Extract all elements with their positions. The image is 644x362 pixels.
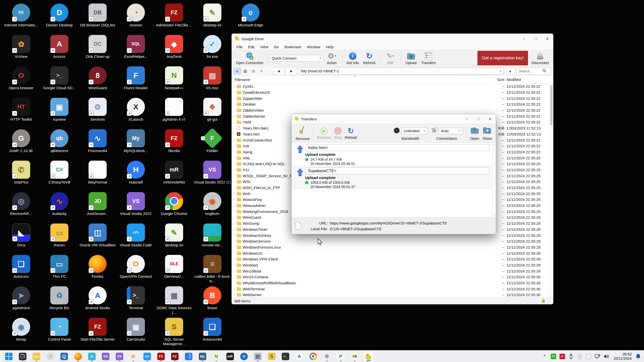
- file-row-zerotier[interactable]: ›Zerotier--11/11/2024 22:35:22: [232, 101, 553, 107]
- notification-bell-icon[interactable]: [634, 351, 642, 361]
- taskbar-terminal[interactable]: >_: [280, 351, 291, 361]
- taskbar-notebook-app[interactable]: ≡: [87, 351, 97, 361]
- mouse-tray-icon[interactable]: [576, 351, 584, 361]
- expand-chevron-icon[interactable]: ›: [232, 234, 237, 237]
- filezilla-server-tray-icon[interactable]: FZ: [550, 351, 557, 361]
- taskbar-visual-studio[interactable]: VS: [100, 351, 111, 361]
- desktop-icon-xlaunch[interactable]: X↗XLaunch: [117, 98, 154, 122]
- file-row-zabbixvideo[interactable]: ›ZabbixVideo--11/11/2024 22:35:22: [232, 107, 553, 113]
- open-button[interactable]: Open: [470, 126, 479, 141]
- taskbar-sql-config[interactable]: S: [266, 351, 277, 361]
- desktop-icon-firefox[interactable]: ↗Firefox: [79, 255, 116, 279]
- desktop-icon-git-gui[interactable]: ❖↗git-gui: [194, 98, 231, 122]
- desktop-icon-nmap[interactable]: ◉↗Nmap: [3, 318, 40, 342]
- resize-grip[interactable]: ⋰: [547, 299, 551, 303]
- expand-chevron-icon[interactable]: ›: [232, 139, 237, 142]
- amd-software-tray-icon[interactable]: a!: [558, 351, 566, 361]
- taskbar-visual-studio-2[interactable]: VS: [114, 351, 125, 361]
- expand-chevron-icon[interactable]: ›: [232, 91, 237, 94]
- expand-chevron-icon[interactable]: ›: [232, 269, 237, 273]
- desktop-icon-disk-clean-up[interactable]: DC↗Disk Clean-up: [79, 35, 116, 59]
- desktop-icon-desktop-ini[interactable]: ✎↗desktop.ini: [194, 4, 231, 27]
- refresh-button[interactable]: ↻ Refresh: [363, 52, 376, 65]
- desktop-icon-db-browser-sqlite[interactable]: DB↗DB Browser (SQLite): [79, 4, 116, 27]
- taskbar-file-explorer[interactable]: [31, 351, 42, 361]
- desktop-icon-google-chrome[interactable]: ↗Google Chrome: [155, 192, 193, 216]
- desktop-icon-recycle-bin[interactable]: ♻Recycle Bin: [41, 286, 78, 310]
- desktop-icon-resmon[interactable]: ◔↗resmon: [117, 4, 154, 27]
- expand-chevron-icon[interactable]: ›: [232, 198, 237, 201]
- expand-chevron-icon[interactable]: ›: [232, 216, 237, 219]
- file-row-zyxel[interactable]: ›ZyXEL--11/11/2024 22:35:22: [232, 83, 553, 89]
- view-bonjour-button[interactable]: ❀: [258, 68, 265, 74]
- desktop-icon-electronne[interactable]: ◎↗ElectronNE...: [3, 192, 40, 216]
- desktop-icon-internet-informatio[interactable]: IIS↗Internet Informatio...: [3, 4, 40, 27]
- path-combobox[interactable]: /My Drive/JS-VBNET-2 ˅: [298, 68, 504, 75]
- file-row-windows10[interactable]: ›Windows10--11/11/2024 22:35:28: [232, 250, 553, 256]
- expand-chevron-icon[interactable]: ›: [232, 186, 237, 189]
- desktop-icon-imgburn[interactable]: ◉↗ImgBurn: [194, 192, 231, 216]
- taskbar-clock[interactable]: 05:52 20/11/2024: [614, 352, 632, 361]
- desktop-icon-calibre-64bit-e-book-m[interactable]: ≡↗calibre 64bit - E-book m...: [194, 255, 231, 283]
- view-history-button[interactable]: ◷: [250, 68, 257, 74]
- taskbar-xnview[interactable]: ✿: [128, 351, 138, 361]
- file-row-win10-cortana[interactable]: ›Win10-Cortana--11/11/2024 22:35:30: [232, 274, 553, 280]
- desktop-icon-orca[interactable]: ◣↗Orca: [3, 223, 40, 247]
- vertical-scrollbar[interactable]: [550, 83, 553, 297]
- expand-chevron-icon[interactable]: ›: [232, 210, 237, 213]
- expand-chevron-icon[interactable]: ›: [232, 109, 237, 112]
- blank-tray-icon[interactable]: [585, 351, 592, 361]
- taskbar-resource-monitor[interactable]: ◔: [45, 351, 55, 361]
- expand-chevron-icon[interactable]: ›: [232, 156, 237, 159]
- desktop-icon-csharptovb[interactable]: C#↗CSharpToVB: [41, 161, 78, 185]
- expand-chevron-icon[interactable]: ›: [232, 282, 237, 285]
- transfers-scrollbar[interactable]: ˄˅: [492, 143, 496, 217]
- desktop-icon-brave[interactable]: B↗Brave: [194, 286, 231, 310]
- desktop-icon-hubstaff[interactable]: H↗Hubstaff: [117, 161, 154, 185]
- desktop-icon-visual-studio-2022-2[interactable]: VS↗Visual Studio 2022 (2): [194, 161, 231, 185]
- expand-chevron-icon[interactable]: ›: [232, 293, 237, 296]
- resume-button[interactable]: ▶ Resume: [317, 127, 331, 140]
- connections-select[interactable]: Auto ˅: [439, 128, 463, 134]
- file-row-zywallubuntu20[interactable]: ›ZywallUbuntu20--11/11/2024 22:35:22: [232, 89, 553, 96]
- desktop-icon-opera-browser[interactable]: O↗Opera browser: [3, 66, 40, 90]
- window-titlebar[interactable]: Google Drive – □ ✕: [232, 34, 553, 44]
- taskbar-postgresql[interactable]: P: [336, 351, 346, 361]
- desktop-icon-docker-desktop[interactable]: D↗Docker Desktop: [41, 4, 78, 27]
- desktop-icon-fnr-exe[interactable]: ✓↗fnr.exe: [194, 35, 231, 59]
- desktop-icon-autoruns64[interactable]: ❏↗Autoruns64: [194, 318, 231, 342]
- transfers-button[interactable]: Transfers: [421, 52, 436, 65]
- desktop-icon-this-pc[interactable]: ▭↗This PC: [41, 255, 78, 279]
- close-button[interactable]: ✕: [542, 34, 553, 44]
- desktop-icon-voipplus[interactable]: ✆↗VoipPlus: [3, 161, 40, 185]
- show-button[interactable]: Show: [482, 126, 492, 141]
- taskbar-settings-gear[interactable]: ⚙: [322, 351, 332, 361]
- desktop-icon-fiddler[interactable]: F↗Fiddler: [194, 129, 231, 153]
- desktop-icon-justdecom[interactable]: JD↗JustDecom...: [79, 192, 116, 216]
- view-bookmark-button[interactable]: ▤: [242, 68, 249, 74]
- desktop-icon-anydesk[interactable]: ◆↗AnyDesk: [155, 35, 193, 59]
- upload-button[interactable]: Upload: [405, 52, 418, 65]
- view-outline-button[interactable]: ≡: [234, 68, 241, 74]
- expand-chevron-icon[interactable]: ›: [232, 162, 237, 165]
- menu-file[interactable]: File: [234, 45, 245, 49]
- taskbar-firefox[interactable]: [73, 351, 83, 361]
- expand-chevron-icon[interactable]: ›: [232, 85, 237, 88]
- taskbar-filezilla[interactable]: FZ: [156, 351, 166, 361]
- desktop-icon-oleviewd[interactable]: OLE↗OleViewD...: [155, 255, 193, 279]
- column-size[interactable]: Size: [490, 76, 504, 83]
- expand-chevron-icon[interactable]: ›: [232, 240, 237, 243]
- expand-chevron-icon[interactable]: ›: [232, 150, 237, 153]
- desktop-icon-xnview[interactable]: ✿↗XnView: [3, 35, 40, 59]
- usb-device-tray-icon[interactable]: [567, 351, 575, 361]
- menu-edit[interactable]: Edit: [245, 45, 257, 49]
- open-connection-button[interactable]: Open Connection: [236, 52, 263, 65]
- expand-chevron-icon[interactable]: ›: [232, 263, 237, 266]
- file-row-webterminal[interactable]: ›WebTerminal--11/11/2024 22:35:30: [232, 286, 553, 292]
- file-row-zypperalter[interactable]: ›ZypperAlter--11/11/2024 22:35:22: [232, 95, 553, 101]
- remove-button[interactable]: Remove: [296, 126, 310, 141]
- desktop-icon-wayformat[interactable]: ↗WayFormat: [79, 161, 116, 185]
- taskbar-search-app[interactable]: Q: [59, 351, 69, 361]
- taskbar-mremoteng[interactable]: mR: [225, 351, 235, 361]
- taskbar-notepad-plus-plus[interactable]: N: [211, 351, 221, 361]
